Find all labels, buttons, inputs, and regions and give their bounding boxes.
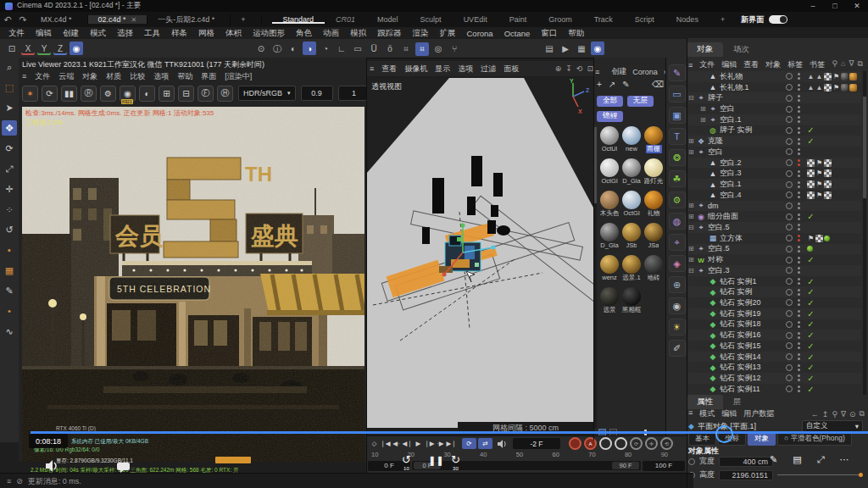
layer-chip[interactable]: 锦鲤 — [597, 111, 623, 122]
tag-icon[interactable] — [807, 331, 815, 339]
tag-list[interactable] — [807, 278, 861, 286]
tag-icon[interactable] — [807, 342, 815, 350]
object-name[interactable]: 长礼物 — [720, 71, 743, 82]
attribute-nav-icon[interactable]: ⧉ — [860, 409, 865, 419]
more-icon[interactable]: ⋯ — [839, 454, 849, 465]
tag-icon[interactable] — [815, 73, 823, 80]
menu-item[interactable]: 角色 — [296, 28, 312, 39]
tag-icon[interactable] — [807, 246, 813, 252]
tag-list[interactable] — [807, 288, 861, 296]
record-button[interactable]: A — [584, 437, 597, 450]
material-sphere[interactable] — [600, 191, 619, 209]
material-sphere[interactable] — [644, 158, 663, 177]
toolbar-icon[interactable]: ◎ — [431, 42, 445, 55]
tool-icon[interactable]: ↺ — [2, 222, 17, 237]
layout-tab[interactable]: Track — [583, 15, 624, 24]
object-name[interactable]: 钻石 实例14 — [720, 352, 761, 363]
menu-item[interactable]: 渲染 — [413, 28, 429, 39]
document-tab[interactable]: + — [231, 15, 261, 24]
material-item[interactable]: OctGl — [598, 158, 620, 190]
enable-toggle[interactable] — [786, 202, 793, 209]
tag-icon[interactable] — [807, 299, 815, 307]
enable-toggle[interactable] — [786, 364, 793, 371]
video-progress-bar[interactable] — [31, 431, 868, 434]
loop-button[interactable]: ⟳ — [462, 438, 476, 449]
material-label[interactable]: 远景.1 — [622, 274, 640, 282]
create-icon[interactable]: ▭ — [669, 86, 686, 103]
material-tool-icon[interactable]: ↗ — [609, 80, 615, 89]
video-seek-thumb[interactable] — [715, 425, 733, 443]
attribute-tab-button[interactable]: ○ 平滑着色(Phong) — [777, 432, 852, 446]
material-sphere[interactable] — [644, 191, 663, 209]
viewport-menu-item[interactable]: 查看 — [381, 64, 397, 75]
enable-toggle[interactable] — [786, 95, 793, 102]
object-tree-row[interactable]: 空白.1 — [688, 179, 861, 190]
object-name[interactable]: 钻石 实例15 — [720, 341, 761, 352]
menu-item[interactable]: 样条 — [171, 28, 187, 39]
enable-toggle[interactable] — [786, 170, 793, 177]
enable-toggle[interactable] — [786, 181, 793, 188]
layout-tab[interactable]: Standard — [272, 15, 326, 24]
create-icon[interactable]: ⌖ — [669, 234, 686, 251]
tag-icon[interactable] — [824, 159, 832, 167]
live-viewer-tool-icon[interactable]: Ⓡ — [81, 86, 97, 102]
attribute-value[interactable]: 2196.0151 — [719, 470, 773, 480]
hamburger-icon[interactable]: ≡ — [22, 72, 26, 80]
visibility-dots[interactable] — [798, 385, 800, 388]
toolbar-icon[interactable]: ∟ — [335, 42, 348, 55]
object-tree-row[interactable]: 长礼物 — [688, 71, 861, 82]
tag-list[interactable] — [807, 213, 861, 220]
tag-list[interactable] — [807, 320, 861, 328]
tag-icon[interactable] — [807, 235, 815, 242]
close-tab-icon[interactable]: ✕ — [131, 16, 137, 24]
menu-item[interactable]: 选择 — [117, 28, 133, 39]
live-viewer-tool-icon[interactable]: ✶ — [22, 86, 38, 102]
preset-select[interactable]: 自定义 ▾ — [802, 420, 863, 432]
viewport-label[interactable]: 透视视图 — [371, 81, 402, 92]
material-tool-icon[interactable]: ✎ — [622, 80, 629, 89]
tag-icon[interactable] — [807, 288, 815, 296]
material-label[interactable]: wenz — [602, 274, 617, 281]
enable-toggle[interactable] — [786, 84, 793, 91]
object-tree-row[interactable]: ⊟ 空白.3 — [688, 265, 861, 276]
tool-icon[interactable]: ✛ — [2, 181, 17, 197]
tag-icon[interactable] — [815, 159, 823, 167]
live-viewer-tool-icon[interactable]: ▮▮ — [61, 86, 77, 102]
material-item[interactable]: 远景 — [598, 286, 620, 319]
object-manager-menu-item[interactable]: 编辑 — [721, 59, 737, 70]
tag-list[interactable] — [807, 374, 861, 382]
toolbar-icon[interactable]: ◐ — [287, 42, 300, 55]
material-sphere[interactable] — [622, 287, 641, 306]
material-label[interactable]: 木头色 — [600, 209, 620, 218]
tag-icon[interactable] — [815, 84, 823, 92]
material-item[interactable]: D_Gla — [620, 158, 643, 190]
attribute-nav-icon[interactable]: ∇ — [841, 410, 846, 419]
create-icon[interactable]: T — [669, 128, 686, 145]
visibility-dots[interactable] — [798, 310, 800, 313]
material-item[interactable]: OctGl — [620, 190, 643, 222]
live-viewer-tool-icon[interactable]: ⊞ — [159, 86, 175, 102]
toolbar-icon[interactable]: ◔ — [319, 42, 332, 55]
attribute-slider[interactable] — [777, 474, 863, 475]
viewport-menu-item[interactable]: 过滤 — [481, 64, 496, 75]
tag-icon[interactable] — [824, 169, 832, 177]
toolbar-icon[interactable]: ◑ — [303, 42, 316, 55]
enable-toggle[interactable] — [786, 116, 793, 123]
layout-tab[interactable]: UVEdit — [453, 15, 498, 24]
document-tab[interactable]: 02.c4d * ✕ — [88, 15, 148, 24]
material-sphere[interactable] — [600, 223, 619, 241]
material-item[interactable]: 远景.1 — [620, 254, 643, 286]
visibility-dots[interactable] — [798, 73, 800, 75]
object-name[interactable]: 对称 — [708, 254, 723, 265]
live-viewer-menu-item[interactable]: 比较 — [130, 71, 145, 82]
undo-icon[interactable]: ↶ — [0, 14, 15, 25]
enable-toggle[interactable] — [786, 106, 793, 113]
enable-toggle[interactable] — [786, 267, 793, 274]
material-label[interactable]: 路灯光 — [644, 177, 664, 186]
tag-icon[interactable] — [807, 159, 815, 167]
toolbar-icon[interactable]: ⊡ — [5, 42, 19, 55]
enable-toggle[interactable] — [786, 127, 793, 134]
exposure-field[interactable]: 1 — [338, 86, 370, 101]
hamburger-icon[interactable]: ≡ — [7, 477, 11, 485]
document-tab[interactable]: 一头-后期2.c4d * — [147, 14, 231, 25]
